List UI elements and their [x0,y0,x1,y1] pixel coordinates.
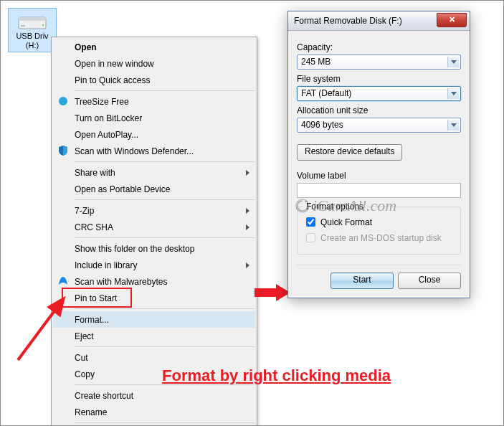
format-options-title: Format options [303,202,366,212]
menu-separator [75,237,255,238]
menu-separator [75,161,255,162]
menu-item-label: Show this folder on the desktop [75,244,194,254]
capacity-label: Capacity: [297,42,461,52]
menu-item-label: Pin to Start [75,293,117,303]
menu-item-turn-on-bitlocker[interactable]: Turn on BitLocker [53,110,255,126]
menu-item-label: Format... [75,315,109,325]
alloc-combo[interactable]: 4096 bytes [297,118,461,133]
close-button[interactable]: ✕ [437,13,467,27]
menu-separator [75,199,255,200]
menu-item-label: Include in library [75,260,137,270]
menu-item-7-zip[interactable]: 7-Zip [53,202,255,219]
menu-item-open-autoplay[interactable]: Open AutoPlay... [53,126,255,143]
alloc-value: 4096 bytes [301,120,343,130]
menu-item-label: 7-Zip [75,206,94,216]
format-options-group: Format options Quick Format Create an MS… [297,207,461,255]
menu-item-label: Open [75,42,97,52]
filesystem-value: FAT (Default) [301,88,351,98]
drive-label-line2: (H:) [10,41,54,50]
menu-item-crc-sha[interactable]: CRC SHA [53,219,255,235]
alloc-label: Allocation unit size [297,105,461,115]
menu-item-label: Open as Portable Device [75,184,170,194]
dialog-title: Format Removable Disk (F:) [294,16,402,26]
menu-item-label: Copy [75,369,95,379]
menu-item-scan-with-windows-defender[interactable]: Scan with Windows Defender... [53,143,255,159]
close-icon: ✕ [449,15,455,24]
submenu-arrow-icon [246,262,249,268]
malwarebytes-icon [57,275,69,287]
menu-item-treesize-free[interactable]: TreeSize Free [53,93,255,110]
close-dialog-button[interactable]: Close [398,273,461,289]
volume-label-input[interactable] [297,183,461,198]
menu-item-label: Turn on BitLocker [75,113,142,123]
menu-item-show-this-folder-on-the-desktop[interactable]: Show this folder on the desktop [53,240,255,257]
menu-item-scan-with-malwarebytes[interactable]: Scan with Malwarebytes [53,273,255,290]
quick-format-label: Quick Format [320,217,372,227]
shield-icon [57,145,69,156]
menu-item-rename[interactable]: Rename [53,404,255,420]
menu-item-cut[interactable]: Cut [53,349,255,366]
chevron-down-icon [447,88,459,99]
menu-separator [75,422,255,423]
format-dialog: Format Removable Disk (F:) ✕ Capacity: 2… [287,11,470,298]
filesystem-combo[interactable]: FAT (Default) [297,86,461,101]
menu-item-label: CRC SHA [75,222,113,232]
menu-item-open-in-new-window[interactable]: Open in new window [53,55,255,72]
svg-point-4 [59,97,67,105]
volume-label: Volume label [297,171,461,181]
svg-point-2 [42,24,44,27]
menu-item-label: Share with [75,168,115,178]
filesystem-label: File system [297,74,461,84]
submenu-arrow-icon [246,208,249,214]
start-button[interactable]: Start [331,273,394,289]
usb-drive-icon[interactable]: USB Driv (H:) [8,8,57,52]
quick-format-checkbox[interactable]: Quick Format [303,215,455,229]
svg-rect-1 [19,17,46,21]
chevron-down-icon [447,120,459,131]
menu-item-create-shortcut[interactable]: Create shortcut [53,387,255,404]
menu-item-eject[interactable]: Eject [53,328,255,344]
menu-item-label: Scan with Malwarebytes [75,277,167,287]
menu-item-label: Rename [75,407,107,417]
menu-separator [75,346,255,347]
submenu-arrow-icon [246,170,249,176]
menu-item-label: TreeSize Free [75,97,129,107]
menu-item-label: Open in new window [75,59,154,69]
menu-item-label: Eject [75,331,94,341]
submenu-arrow-icon [246,224,249,230]
menu-item-open[interactable]: Open [53,39,255,55]
drive-glyph-icon [17,11,47,32]
menu-separator [75,90,255,91]
menu-item-pin-to-start[interactable]: Pin to Start [53,290,255,306]
caption-text: Format by right clicking media [162,366,391,385]
menu-separator [75,308,255,309]
menu-item-open-as-portable-device[interactable]: Open as Portable Device [53,181,255,197]
menu-item-share-with[interactable]: Share with [53,164,255,181]
restore-defaults-button[interactable]: Restore device defaults [297,144,402,161]
msdos-checkbox: Create an MS-DOS startup disk [303,231,455,245]
menu-item-include-in-library[interactable]: Include in library [53,257,255,273]
svg-rect-3 [21,25,25,27]
chevron-down-icon [447,57,459,67]
capacity-value: 245 MB [301,57,331,67]
menu-item-format[interactable]: Format... [53,311,255,328]
capacity-combo[interactable]: 245 MB [297,55,461,70]
drive-label-line1: USB Driv [10,32,54,41]
menu-item-label: Open AutoPlay... [75,130,138,140]
treesize-icon [57,95,69,107]
menu-item-label: Create shortcut [75,391,133,401]
menu-item-label: Cut [75,353,88,363]
msdos-input [306,233,315,242]
menu-item-label: Scan with Windows Defender... [75,146,194,156]
menu-item-pin-to-quick-access[interactable]: Pin to Quick access [53,72,255,88]
dialog-titlebar[interactable]: Format Removable Disk (F:) ✕ [288,11,470,31]
menu-item-label: Pin to Quick access [75,75,150,85]
quick-format-input[interactable] [306,217,315,227]
msdos-label: Create an MS-DOS startup disk [320,233,442,243]
big-arrow-icon [255,284,290,301]
